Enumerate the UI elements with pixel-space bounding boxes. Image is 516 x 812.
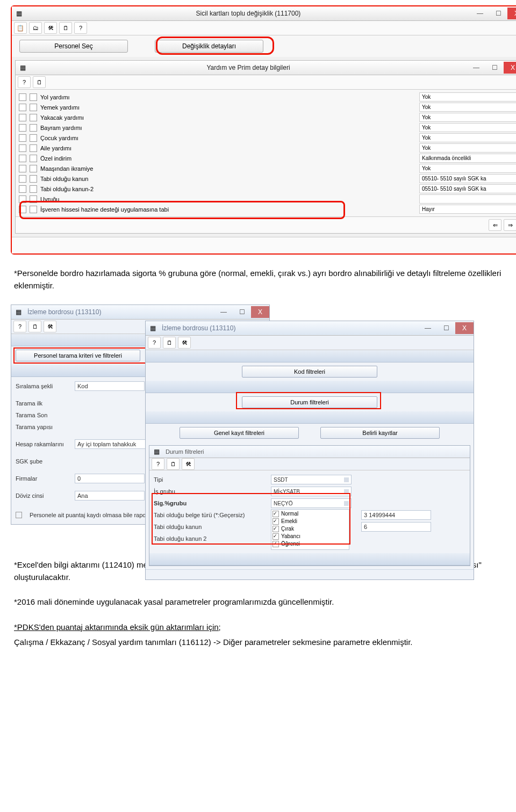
select-tipi[interactable]: SSDT [271,475,352,484]
close-icon[interactable]: X [251,306,269,318]
row-label: Yemek yardımı [40,104,416,111]
field-label: Firmalar [16,475,69,482]
toolbar-icon[interactable]: ? [152,458,164,470]
chevron-down-icon [344,477,349,482]
toolbar-icon[interactable]: 🗒 [167,458,180,470]
belirli-kayitlar-button[interactable]: Belirli kayıtlar [320,427,440,439]
row-value[interactable]: Yok [419,123,516,132]
checkbox[interactable] [30,114,37,121]
row-value[interactable]: 05510- 5510 sayılı SGK ka [419,174,516,183]
window-icon: ▦ [12,10,26,17]
row-value[interactable]: Kalkınmada öncelikli [419,154,516,163]
close-icon[interactable]: X [455,322,474,334]
checkbox[interactable] [19,165,26,172]
maximize-icon[interactable]: ☐ [485,62,504,74]
checkbox[interactable] [19,114,26,121]
nav-forward-icon[interactable]: ⇒ [504,219,516,231]
checkbox[interactable] [30,175,37,183]
row-value[interactable] [419,194,516,204]
checkbox[interactable] [30,155,37,162]
checkbox[interactable] [19,185,26,193]
minimize-icon[interactable]: — [471,8,489,19]
toolbar-icon[interactable]: 📋 [14,22,27,34]
toolbar-icon[interactable]: 🛠 [178,337,191,349]
select-siggrubu[interactable]: NEÇYÖ [271,498,352,508]
field-value[interactable]: 3 14999444 [361,510,431,520]
checkbox[interactable] [30,144,37,152]
toolbar-icon[interactable]: 🗒 [163,337,176,349]
genel-kayit-button[interactable]: Genel kayıt filtreleri [180,427,299,439]
row-value[interactable]: 05510- 5510 sayılı SGK ka [419,184,516,193]
detail-list: Yol yardımıYok Yemek yardımıYok Yakacak … [16,90,516,216]
maximize-icon[interactable]: ☐ [437,322,455,334]
row-label: Tabi olduğu kanun-2 [40,186,416,192]
checkbox[interactable] [19,134,26,142]
checkbox[interactable] [30,165,37,172]
close-icon[interactable]: X [504,62,516,74]
durum-filtreleri-button[interactable]: Durum filtreleri [242,396,377,408]
field-label: İş grubu [154,488,256,495]
checkbox[interactable] [19,155,26,162]
checkbox[interactable] [30,185,37,193]
minimize-icon[interactable]: — [467,62,485,74]
tab-degisiklik-detaylari[interactable]: Değişiklik detayları [155,40,263,53]
field-label: Tarama Son [16,412,69,418]
row-value[interactable]: Yok [419,113,516,122]
close-icon[interactable]: X [507,8,516,19]
minimize-icon[interactable]: — [419,322,437,334]
toolbar-icon[interactable]: 🗒 [59,22,72,34]
checkbox[interactable] [30,134,37,142]
row-value[interactable]: Yok [419,103,516,112]
row-value[interactable]: Yok [419,164,516,173]
checkbox[interactable] [19,104,26,111]
checkbox[interactable] [30,124,37,132]
row-value[interactable]: Yok [419,133,516,142]
checkbox[interactable] [30,93,37,101]
tab-personel-sec[interactable]: Personel Seç [19,40,128,53]
maximize-icon[interactable]: ☐ [489,8,507,19]
checklist[interactable]: Normal Emekli Çırak Yabancı Öğrenci [271,509,349,550]
row-label: Özel indirim [40,155,416,162]
checkbox[interactable] [30,206,37,213]
toolbar-icon[interactable]: 🛠 [44,321,56,332]
field-value[interactable]: 6 [361,522,431,532]
toolbar-icon[interactable]: ? [13,321,26,332]
layered-screenshots: ▦ İzleme bordrosu (113110) —☐X ?🗒🛠 Perso… [11,305,516,546]
personel-tarama-button[interactable]: Personel tarama kriteri ve filtreleri [16,350,140,361]
checkbox[interactable] [19,175,26,183]
toolbar-icon[interactable]: ? [74,22,87,34]
checkbox[interactable] [30,195,37,203]
checkbox[interactable] [19,124,26,132]
sub-toolbar: ? 🗒 [16,75,516,90]
toolbar-icon[interactable]: 🗂 [29,22,42,34]
checkbox-label: Personele ait puantaj kaydı olmasa bile … [30,512,163,518]
field-label: SGK şube [16,458,69,465]
row-value[interactable]: Hayır [419,205,516,214]
toolbar-icon[interactable]: ? [148,337,161,349]
maximize-icon[interactable]: ☐ [233,306,251,318]
field-value[interactable]: Ay içi toplam tahakkuk [75,439,155,449]
toolbar-icon[interactable]: ? [18,76,31,88]
row-value[interactable]: Yok [419,143,516,153]
front-window: ▦ İzleme bordrosu (113110) —☐X ?🗒🛠 Kod f… [145,321,474,580]
toolbar-icon[interactable]: 🛠 [182,458,195,470]
field-value[interactable]: Ana [75,491,145,501]
field-value[interactable]: 0 [75,474,145,483]
select-isgrubu[interactable]: Mİ<YSATB [271,487,352,496]
nav-back-icon[interactable]: ⇐ [489,219,501,231]
checkbox[interactable] [19,195,26,203]
row-label: Tabi olduğu kanun [40,176,416,182]
durum-subwindow: ▦ Durum filtreleri ?🗒🛠 Tipi İş grubu Sig… [149,445,470,566]
checkbox[interactable] [19,206,26,213]
kod-filtreleri-button[interactable]: Kod filtreleri [242,366,377,378]
checkbox[interactable] [30,104,37,111]
row-value[interactable]: Yok [419,92,516,102]
minimize-icon[interactable]: — [214,306,233,318]
checkbox[interactable] [19,93,26,101]
toolbar-icon[interactable]: 🗒 [28,321,41,332]
toolbar-icon[interactable]: 🛠 [44,22,57,34]
toolbar-icon[interactable]: 🗒 [33,76,46,88]
checkbox[interactable] [16,512,22,518]
checkbox[interactable] [19,144,26,152]
field-value[interactable]: Kod [75,381,145,391]
